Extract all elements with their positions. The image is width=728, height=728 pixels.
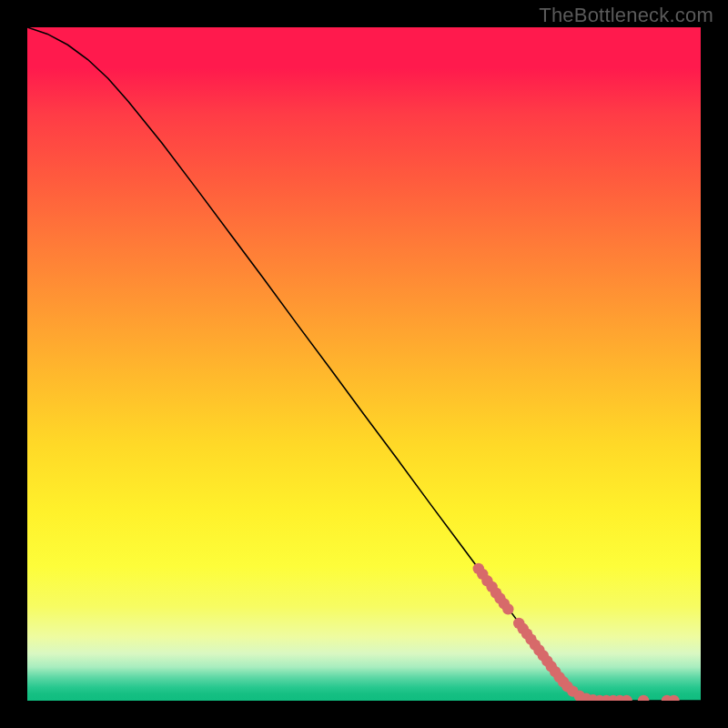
chart-frame: TheBottleneck.com: [0, 0, 728, 728]
curve-overlay: [27, 27, 701, 701]
plot-area: [27, 27, 701, 701]
data-markers: [473, 563, 680, 701]
bottleneck-curve: [27, 27, 701, 701]
data-marker: [502, 603, 513, 614]
data-marker: [638, 695, 649, 701]
attribution-label: TheBottleneck.com: [539, 4, 713, 27]
